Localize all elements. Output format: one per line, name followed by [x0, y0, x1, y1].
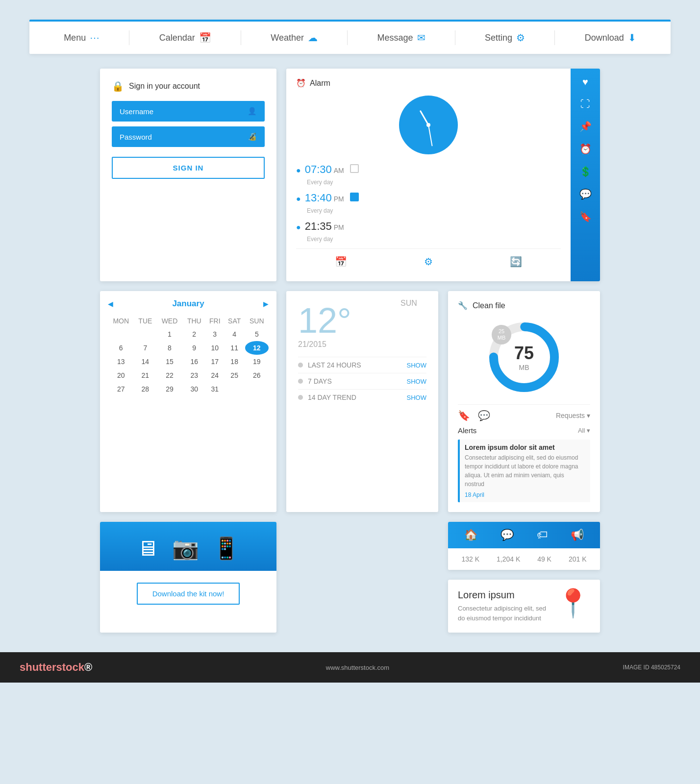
alarm-box-1b[interactable] — [350, 164, 359, 173]
weather-24h-2: LAST 24 HOURS — [308, 361, 361, 369]
nav-message[interactable]: Message ✉ — [377, 32, 425, 44]
nav-divider-1 — [129, 30, 129, 45]
cal-day-cell[interactable]: 20 — [108, 368, 134, 382]
cal-day-cell[interactable]: 5 — [245, 327, 269, 341]
nav-divider-4 — [455, 30, 455, 45]
chat-social-icon[interactable]: 💬 — [500, 529, 514, 541]
tag-social-icon[interactable]: 🏷 — [537, 529, 548, 541]
location-desc: Consectetur adipiscing elit, sed do eius… — [458, 604, 548, 623]
nav-download[interactable]: Download ⬇ — [585, 32, 636, 44]
alarm-period-2b: PM — [334, 195, 344, 203]
cal-day-cell[interactable]: 24 — [206, 368, 224, 382]
cal-day-cell[interactable]: 12 — [245, 341, 269, 355]
requests-2[interactable]: Requests ▾ — [556, 412, 590, 419]
weather-7d-show-2[interactable]: SHOW — [407, 378, 426, 385]
cal-day-cell[interactable]: 28 — [134, 382, 156, 396]
cal-day-cell — [224, 382, 245, 396]
weather-14d-2: 14 DAY TREND — [308, 393, 356, 401]
cal-day-cell[interactable]: 31 — [206, 382, 224, 396]
alert-title-2: Lorem ipsum dolor sit amet — [465, 443, 585, 451]
nav-calendar[interactable]: Calendar 📅 — [159, 32, 211, 44]
devices-card-2: 🖥 📷 📱 Download the kit now! — [100, 522, 276, 633]
cal-day-cell[interactable]: 23 — [183, 368, 206, 382]
stat-1: 132 K — [461, 555, 479, 563]
nav-divider-3 — [347, 30, 348, 45]
bookmark-2[interactable]: 🔖 — [458, 410, 470, 421]
alarm-title-2: Alarm — [310, 79, 330, 88]
download-icon: ⬇ — [628, 32, 636, 44]
alarm-cal-icon-2[interactable]: 📅 — [335, 256, 347, 268]
cal-day-cell[interactable]: 9 — [183, 341, 206, 355]
sb-chat[interactable]: 💬 — [579, 188, 592, 200]
cal-day-cell[interactable]: 6 — [108, 341, 134, 355]
cal-day-cell[interactable]: 17 — [206, 355, 224, 368]
lock-field-icon-2: 🔏 — [248, 132, 257, 141]
cal-day-cell[interactable]: 8 — [156, 341, 182, 355]
weather-14d-show-2[interactable]: SHOW — [407, 394, 426, 401]
sb-bkmark[interactable]: 🔖 — [579, 211, 592, 222]
cal-day-cell[interactable]: 3 — [206, 327, 224, 341]
location-text: Lorem ipsum Consectetur adipiscing elit,… — [458, 589, 548, 623]
footer-image-id: IMAGE ID 485025724 — [623, 664, 680, 671]
nav-weather[interactable]: Weather ☁ — [271, 32, 318, 44]
alarm-time-1b: 07:30 — [305, 163, 332, 176]
sb-pin[interactable]: 📌 — [579, 121, 592, 132]
cal-day-cell[interactable]: 26 — [245, 368, 269, 382]
cal-next-2[interactable]: ▶ — [263, 300, 269, 308]
cal-month-2: January — [172, 299, 204, 309]
share-social-icon[interactable]: 📢 — [571, 529, 584, 541]
bottom-right-col: 🏠 💬 🏷 📢 132 K 1,204 K 49 K 201 K Lorem i… — [448, 522, 600, 633]
location-card: Lorem ipsum Consectetur adipiscing elit,… — [448, 580, 600, 633]
user-icon-2: 👤 — [248, 107, 257, 116]
cal-day-cell[interactable]: 19 — [245, 355, 269, 368]
nav-menu[interactable]: Menu ⋯ — [64, 32, 100, 44]
cal-day-cell[interactable]: 21 — [134, 368, 156, 382]
weather-24h-show-2[interactable]: SHOW — [407, 362, 426, 369]
sb-alarm[interactable]: ⏰ — [579, 143, 592, 155]
sb-expand[interactable]: ⛶ — [580, 98, 590, 110]
weather-row-24h-2: LAST 24 HOURS SHOW — [298, 357, 426, 373]
download-kit-button-2[interactable]: Download the kit now! — [137, 583, 240, 605]
weather-day-2: SUN — [391, 299, 426, 308]
cal-prev-2[interactable]: ◀ — [108, 300, 113, 308]
alerts-title-2: Alerts — [458, 426, 476, 435]
alerts-filter-2[interactable]: All ▾ — [578, 427, 590, 434]
cal-day-cell[interactable]: 7 — [134, 341, 156, 355]
cal-day-cell[interactable]: 18 — [224, 355, 245, 368]
cal-day-cell[interactable]: 16 — [183, 355, 206, 368]
calendar-card-2: ◀ January ▶ MON TUE WED THU FRI SAT SUN … — [100, 291, 276, 512]
lock-icon-2: 🔒 — [112, 80, 124, 92]
chat-2[interactable]: 💬 — [478, 410, 490, 421]
weather-row-7d-2: 7 DAYS SHOW — [298, 373, 426, 389]
home-social-icon[interactable]: 🏠 — [464, 529, 477, 541]
cal-day-cell[interactable]: 27 — [108, 382, 134, 396]
cal-day-cell[interactable]: 10 — [206, 341, 224, 355]
weather-temp-2: 12° — [298, 303, 426, 338]
nav-setting[interactable]: Setting ⚙ — [485, 32, 525, 44]
cal-day-cell[interactable]: 1 — [156, 327, 182, 341]
cal-day-cell[interactable]: 29 — [156, 382, 182, 396]
cal-day-cell[interactable]: 4 — [224, 327, 245, 341]
alarm-ref-icon-2[interactable]: 🔄 — [510, 256, 522, 268]
cal-day-cell[interactable]: 15 — [156, 355, 182, 368]
alarm-set-icon-2[interactable]: ⚙ — [424, 256, 433, 268]
cal-day-cell[interactable]: 30 — [183, 382, 206, 396]
cal-day-cell[interactable]: 22 — [156, 368, 182, 382]
sb-heart[interactable]: ♥ — [582, 76, 588, 88]
alarm-card-2: ⏰ Alarm ● 07:30 AM Every day ● — [286, 69, 600, 281]
sb-money[interactable]: 💲 — [579, 166, 592, 177]
cal-day-cell[interactable]: 13 — [108, 355, 134, 368]
signin-button-2[interactable]: SIGN IN — [112, 157, 265, 179]
nav-divider-2 — [241, 30, 241, 45]
cal-day-cell[interactable]: 25 — [224, 368, 245, 382]
message-icon: ✉ — [417, 32, 425, 44]
cal-day-cell[interactable]: 14 — [134, 355, 156, 368]
footer: shutterstock® www.shutterstock.com IMAGE… — [0, 652, 700, 683]
cal-day-cell[interactable]: 2 — [183, 327, 206, 341]
alarm-box-2b[interactable] — [350, 193, 359, 201]
password-field-2[interactable]: Password 🔏 — [112, 126, 265, 147]
cleanfile-title-2: Clean file — [473, 301, 505, 310]
username-field-2[interactable]: Username 👤 — [112, 101, 265, 122]
cal-day-cell[interactable]: 11 — [224, 341, 245, 355]
weather-label: Weather — [271, 33, 304, 43]
